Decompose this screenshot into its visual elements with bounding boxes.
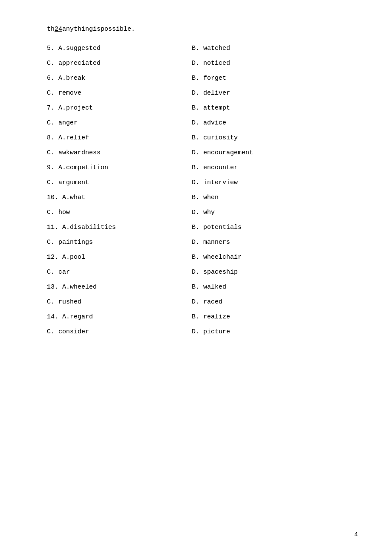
question-14-option-d: D. picture — [192, 328, 358, 335]
question-block: 5. A.suggestedB. watchedC. appreciatedD.… — [47, 45, 358, 335]
question-14-option-c: C. consider — [47, 328, 192, 335]
question-13-row1: 13. A.wheeledB. walked — [47, 283, 358, 291]
question-6-option-a: 6. A.break — [47, 75, 192, 82]
page-number: 4 — [355, 531, 358, 538]
question-13-option-d: D. raced — [192, 298, 358, 306]
question-14-row1: 14. A.regardB. realize — [47, 313, 358, 321]
question-9-option-a: 9. A.competition — [47, 164, 192, 171]
question-10-option-d: D. why — [192, 209, 358, 216]
question-11-row1: 11. A.disabilitiesB. potentials — [47, 224, 358, 231]
question-8-option-c: C. awkwardness — [47, 149, 192, 156]
question-8-row1: 8. A.reliefB. curiosity — [47, 134, 358, 142]
question-6-row1: 6. A.breakB. forget — [47, 75, 358, 82]
question-10-option-b: B. when — [192, 194, 358, 201]
intro-after: anythingispossible. — [62, 26, 135, 33]
intro-text: th24anythingispossible. — [47, 26, 358, 33]
intro-before: th — [47, 26, 55, 33]
question-8-row2: C. awkwardnessD. encouragement — [47, 149, 358, 156]
question-8-option-d: D. encouragement — [192, 149, 358, 156]
question-11-option-b: B. potentials — [192, 224, 358, 231]
question-8-option-a: 8. A.relief — [47, 134, 192, 142]
question-10-option-a: 10. A.what — [47, 194, 192, 201]
question-7-option-b: B. attempt — [192, 104, 358, 112]
question-13-option-a: 13. A.wheeled — [47, 283, 192, 291]
question-6-option-d: D. deliver — [192, 90, 358, 97]
question-13-option-c: C. rushed — [47, 298, 192, 306]
question-11-option-d: D. manners — [192, 239, 358, 246]
question-9-option-c: C. argument — [47, 179, 192, 186]
question-7-option-a: 7. A.project — [47, 104, 192, 112]
question-7-row2: C. angerD. advice — [47, 119, 358, 127]
question-9-option-d: D. interview — [192, 179, 358, 186]
question-6-row2: C. removeD. deliver — [47, 90, 358, 97]
question-12-row2: C. carD. spaceship — [47, 269, 358, 276]
question-7-row1: 7. A.projectB. attempt — [47, 104, 358, 112]
question-10-option-c: C. how — [47, 209, 192, 216]
question-6-option-c: C. remove — [47, 90, 192, 97]
page: th24anythingispossible. 5. A.suggestedB.… — [0, 0, 392, 555]
question-14-option-a: 14. A.regard — [47, 313, 192, 321]
question-9-row1: 9. A.competitionB. encounter — [47, 164, 358, 171]
question-14-option-b: B. realize — [192, 313, 358, 321]
question-5-option-a: 5. A.suggested — [47, 45, 192, 52]
question-5-option-b: B. watched — [192, 45, 358, 52]
question-11-option-c: C. paintings — [47, 239, 192, 246]
question-12-option-c: C. car — [47, 269, 192, 276]
question-9-option-b: B. encounter — [192, 164, 358, 171]
question-5-option-c: C. appreciated — [47, 60, 192, 67]
question-5-row2: C. appreciatedD. noticed — [47, 60, 358, 67]
question-6-option-b: B. forget — [192, 75, 358, 82]
question-11-row2: C. paintingsD. manners — [47, 239, 358, 246]
question-10-row2: C. howD. why — [47, 209, 358, 216]
question-5-option-d: D. noticed — [192, 60, 358, 67]
question-10-row1: 10. A.whatB. when — [47, 194, 358, 201]
question-5-row1: 5. A.suggestedB. watched — [47, 45, 358, 52]
intro-underline: 24 — [55, 26, 62, 33]
question-11-option-a: 11. A.disabilities — [47, 224, 192, 231]
question-8-option-b: B. curiosity — [192, 134, 358, 142]
question-9-row2: C. argumentD. interview — [47, 179, 358, 186]
question-7-option-d: D. advice — [192, 119, 358, 127]
question-12-row1: 12. A.poolB. wheelchair — [47, 254, 358, 261]
question-14-row2: C. considerD. picture — [47, 328, 358, 335]
question-12-option-b: B. wheelchair — [192, 254, 358, 261]
question-13-option-b: B. walked — [192, 283, 358, 291]
question-12-option-a: 12. A.pool — [47, 254, 192, 261]
question-7-option-c: C. anger — [47, 119, 192, 127]
question-12-option-d: D. spaceship — [192, 269, 358, 276]
question-13-row2: C. rushedD. raced — [47, 298, 358, 306]
